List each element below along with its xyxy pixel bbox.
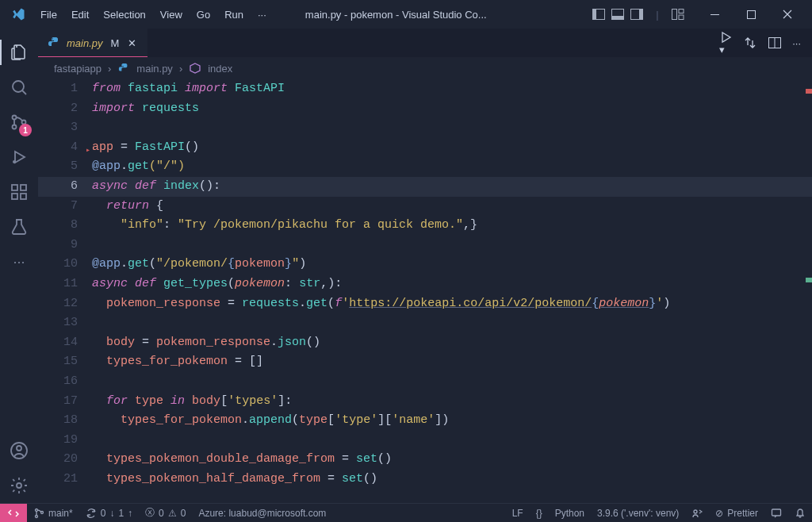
svg-rect-16 [12,185,17,190]
status-bar: main* 0↓ 1↑ ⓧ0⚠0 Azure: luabud@microsoft… [0,503,812,522]
remote-indicator[interactable] [0,504,27,522]
svg-point-12 [13,116,17,120]
customize-layout-icon[interactable] [671,9,685,20]
svg-rect-10 [747,10,755,18]
scm-badge: 1 [19,124,32,136]
tab-modified-indicator: M [111,37,120,49]
svg-rect-1 [593,10,596,19]
window-title: main.py - pokemon - Visual Studio Co... [305,9,487,21]
menu-run[interactable]: Run [217,9,251,21]
menu-edit[interactable]: Edit [64,9,96,21]
title-bar: File Edit Selection View Go Run ··· main… [0,0,812,29]
svg-rect-7 [679,10,684,13]
python-interpreter[interactable]: 3.9.6 ('.venv': venv) [591,504,685,522]
menu-file[interactable]: File [33,9,64,21]
breadcrumb-file[interactable]: main.py [136,63,173,75]
run-debug-icon[interactable] [0,140,38,175]
feedback-icon[interactable] [764,504,788,522]
svg-point-27 [36,515,38,517]
source-control-icon[interactable]: 1 [0,105,38,140]
menu-view[interactable]: View [153,9,190,21]
live-share-icon[interactable] [685,504,709,522]
svg-rect-9 [710,14,719,15]
prettier-status[interactable]: ⊘Prettier [709,504,764,522]
run-file-icon[interactable]: ▾ [719,31,732,56]
toggle-panel-icon[interactable] [611,9,625,20]
tab-close-icon[interactable]: ✕ [125,37,138,49]
menu-go[interactable]: Go [190,9,217,21]
layout-controls: | [592,9,685,20]
eol-indicator[interactable]: LF [506,504,530,522]
sync-status[interactable]: 0↓ 1↑ [79,504,139,522]
tab-bar: main.py M ✕ ▾ ··· [38,29,812,57]
editor-group: main.py M ✕ ▾ ··· fastapiapp › main.py ›… [38,29,812,503]
extensions-icon[interactable] [0,175,38,209]
svg-point-29 [694,510,697,513]
vscode-logo-icon [10,6,27,23]
editor-actions: ▾ ··· [708,29,812,57]
azure-account[interactable]: Azure: luabud@microsoft.com [192,504,332,522]
svg-point-21 [17,446,21,451]
svg-point-23 [52,38,52,39]
menu-more[interactable]: ··· [251,9,274,21]
language-mode[interactable]: Python [549,504,591,522]
toggle-secondary-sidebar-icon[interactable] [630,9,644,20]
explorer-icon[interactable] [0,35,38,70]
compare-changes-icon[interactable] [743,36,757,49]
svg-point-11 [13,81,24,92]
python-file-icon [117,62,130,75]
maximize-button[interactable] [733,0,769,29]
more-icon[interactable]: ··· [0,244,38,279]
svg-rect-8 [679,15,684,20]
bracket-indicator[interactable]: {} [530,504,549,522]
split-editor-icon[interactable] [768,37,781,48]
notifications-icon[interactable] [788,504,812,522]
svg-rect-30 [772,509,781,516]
search-icon[interactable] [0,70,38,105]
settings-gear-icon[interactable] [0,468,38,503]
code-editor[interactable]: 1234 5678 9101112 13141516 17181920 21 ▸… [38,79,812,503]
editor-more-icon[interactable]: ··· [792,37,801,49]
minimize-button[interactable] [696,0,733,29]
svg-point-22 [17,483,21,488]
breadcrumb-symbol[interactable]: index [208,63,232,75]
svg-point-15 [13,160,16,163]
activity-bar: 1 ··· [0,29,38,503]
breadcrumb[interactable]: fastapiapp › main.py › index [38,57,812,79]
accounts-icon[interactable] [0,433,38,468]
breadcrumb-folder[interactable]: fastapiapp [54,63,102,75]
svg-rect-17 [12,194,17,199]
svg-rect-5 [639,10,642,19]
python-file-icon [48,36,60,49]
tab-main-py[interactable]: main.py M ✕ [38,29,147,57]
svg-rect-19 [21,185,26,190]
git-branch[interactable]: main* [27,504,79,522]
problems-status[interactable]: ⓧ0⚠0 [139,504,192,522]
svg-rect-3 [612,16,623,19]
toggle-primary-sidebar-icon[interactable] [592,9,606,20]
svg-rect-6 [672,10,677,20]
tab-label: main.py [67,37,103,49]
svg-point-13 [13,125,17,129]
menu-selection[interactable]: Selection [96,9,152,21]
svg-rect-18 [21,194,26,199]
close-button[interactable] [769,0,806,29]
symbol-function-icon [189,62,201,75]
testing-icon[interactable] [0,209,38,244]
